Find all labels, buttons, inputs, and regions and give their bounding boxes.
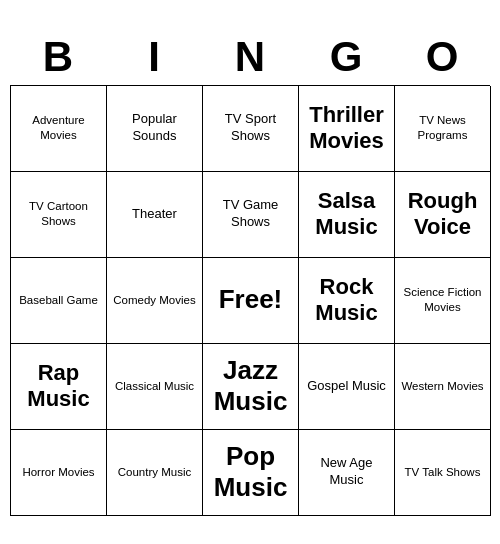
cell-text-1-2: TV Game Shows [207, 197, 294, 231]
cell-2-1: Comedy Movies [107, 258, 203, 344]
cell-text-3-4: Western Movies [401, 379, 483, 394]
header-letter-G: G [302, 33, 390, 81]
cell-text-0-1: Popular Sounds [111, 111, 198, 145]
cell-2-4: Science Fiction Movies [395, 258, 491, 344]
bingo-card: BINGO Adventure MoviesPopular SoundsTV S… [10, 29, 490, 516]
cell-text-4-2: Pop Music [207, 441, 294, 503]
cell-2-2: Free! [203, 258, 299, 344]
cell-text-4-4: TV Talk Shows [405, 465, 481, 480]
cell-4-2: Pop Music [203, 430, 299, 516]
bingo-grid: Adventure MoviesPopular SoundsTV Sport S… [10, 85, 490, 516]
cell-2-3: Rock Music [299, 258, 395, 344]
cell-1-1: Theater [107, 172, 203, 258]
cell-1-3: Salsa Music [299, 172, 395, 258]
cell-4-1: Country Music [107, 430, 203, 516]
cell-4-3: New Age Music [299, 430, 395, 516]
cell-text-0-3: Thriller Movies [303, 102, 390, 155]
cell-text-2-3: Rock Music [303, 274, 390, 327]
bingo-header: BINGO [10, 29, 490, 85]
cell-text-3-3: Gospel Music [307, 378, 386, 395]
cell-text-1-0: TV Cartoon Shows [15, 199, 102, 229]
cell-text-0-4: TV News Programs [399, 113, 486, 143]
cell-text-0-0: Adventure Movies [15, 113, 102, 143]
header-letter-O: O [398, 33, 486, 81]
cell-text-2-1: Comedy Movies [113, 293, 195, 308]
cell-4-4: TV Talk Shows [395, 430, 491, 516]
cell-2-0: Baseball Game [11, 258, 107, 344]
header-letter-N: N [206, 33, 294, 81]
cell-3-0: Rap Music [11, 344, 107, 430]
cell-4-0: Horror Movies [11, 430, 107, 516]
cell-text-2-0: Baseball Game [19, 293, 98, 308]
cell-1-2: TV Game Shows [203, 172, 299, 258]
cell-text-1-3: Salsa Music [303, 188, 390, 241]
cell-1-0: TV Cartoon Shows [11, 172, 107, 258]
cell-text-2-2: Free! [219, 284, 283, 315]
cell-text-4-1: Country Music [118, 465, 192, 480]
cell-text-4-3: New Age Music [303, 455, 390, 489]
cell-0-1: Popular Sounds [107, 86, 203, 172]
cell-text-4-0: Horror Movies [22, 465, 94, 480]
cell-0-4: TV News Programs [395, 86, 491, 172]
cell-1-4: Rough Voice [395, 172, 491, 258]
cell-0-0: Adventure Movies [11, 86, 107, 172]
cell-3-3: Gospel Music [299, 344, 395, 430]
cell-text-3-1: Classical Music [115, 379, 194, 394]
header-letter-I: I [110, 33, 198, 81]
cell-3-1: Classical Music [107, 344, 203, 430]
cell-text-0-2: TV Sport Shows [207, 111, 294, 145]
cell-text-2-4: Science Fiction Movies [399, 285, 486, 315]
cell-0-3: Thriller Movies [299, 86, 395, 172]
cell-text-3-0: Rap Music [15, 360, 102, 413]
cell-text-1-4: Rough Voice [399, 188, 486, 241]
cell-text-1-1: Theater [132, 206, 177, 223]
header-letter-B: B [14, 33, 102, 81]
cell-3-2: Jazz Music [203, 344, 299, 430]
cell-text-3-2: Jazz Music [207, 355, 294, 417]
cell-0-2: TV Sport Shows [203, 86, 299, 172]
cell-3-4: Western Movies [395, 344, 491, 430]
